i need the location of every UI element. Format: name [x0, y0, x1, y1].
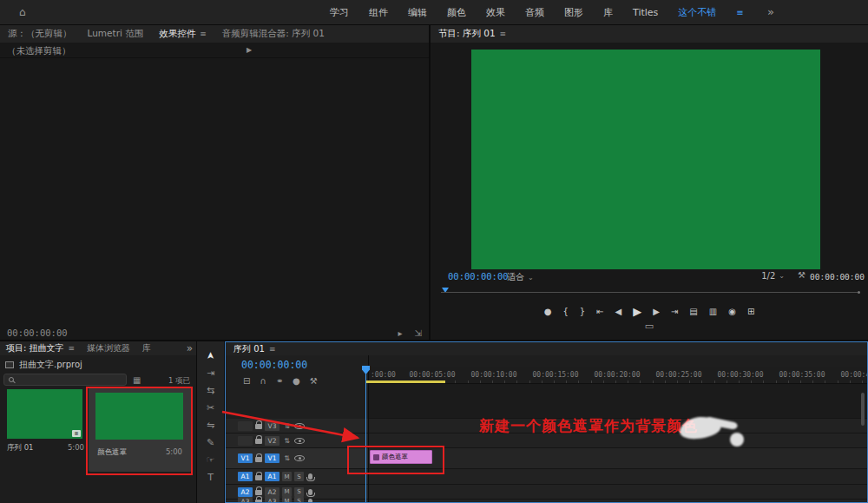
- scrub-track[interactable]: [441, 292, 858, 293]
- project-item-label[interactable]: 序列 01 5:00: [7, 443, 84, 453]
- workspace-tab-libraries[interactable]: 库: [603, 6, 613, 19]
- workspace-menu-icon[interactable]: ≡: [736, 8, 743, 17]
- play-audio-icon[interactable]: ▸: [398, 328, 403, 338]
- fit-view-icon[interactable]: ⇲: [415, 328, 422, 338]
- sync-lock-icon[interactable]: ⇅: [282, 454, 292, 462]
- work-area-bar[interactable]: [365, 381, 445, 383]
- toggle-track-output-icon[interactable]: [294, 423, 305, 429]
- view-toggle-icon[interactable]: ▦: [133, 375, 141, 385]
- track-target-button[interactable]: A2: [265, 487, 279, 497]
- track-select-forward-tool[interactable]: ⇥: [197, 367, 224, 379]
- panel-menu-icon[interactable]: ≡: [500, 30, 507, 38]
- toggle-track-output-icon[interactable]: [294, 455, 305, 461]
- track-lane-a3[interactable]: [369, 500, 867, 503]
- voiceover-record-icon[interactable]: [308, 473, 312, 480]
- project-item-thumbnail-color-matte[interactable]: [95, 393, 183, 440]
- search-box[interactable]: [3, 374, 127, 386]
- track-target-button[interactable]: V2: [265, 436, 279, 446]
- track-lane-a1[interactable]: [369, 469, 867, 485]
- workspace-tab-graphics[interactable]: 图形: [564, 6, 583, 19]
- add-marker-icon[interactable]: ●: [293, 376, 300, 386]
- track-target-button[interactable]: A3: [265, 497, 279, 503]
- button-editor-button[interactable]: ▭: [431, 321, 868, 332]
- tab-project[interactable]: 项目: 扭曲文字 ≡: [0, 341, 81, 355]
- lock-icon[interactable]: [255, 490, 262, 495]
- track-lane-v1[interactable]: [369, 448, 867, 469]
- project-file-row[interactable]: 扭曲文字.prproj: [5, 359, 82, 371]
- wrench-icon[interactable]: ⚒: [798, 270, 806, 280]
- tab-effect-controls[interactable]: 效果控件 ≡: [151, 25, 214, 43]
- workspace-tab-audio[interactable]: 音频: [525, 6, 544, 19]
- solo-button[interactable]: S: [294, 472, 304, 481]
- lift-button[interactable]: ▤: [689, 307, 697, 316]
- workspace-tab-learn[interactable]: 学习: [330, 6, 349, 19]
- lock-icon[interactable]: [255, 500, 262, 503]
- pen-tool[interactable]: ✎: [197, 437, 224, 448]
- panel-menu-icon[interactable]: ≡: [269, 345, 276, 354]
- type-tool[interactable]: T: [197, 472, 224, 483]
- extract-button[interactable]: ▥: [709, 307, 717, 316]
- lock-icon[interactable]: [255, 475, 262, 480]
- track-lane-a2[interactable]: [369, 485, 867, 500]
- mute-button[interactable]: M: [282, 472, 292, 481]
- ripple-edit-tool[interactable]: ⇆: [197, 385, 224, 396]
- lock-icon[interactable]: [255, 457, 262, 462]
- timeline-empty-area[interactable]: [369, 384, 867, 419]
- slip-tool[interactable]: ⇋: [197, 420, 224, 431]
- fit-dropdown[interactable]: 适合 ⌄: [507, 271, 534, 283]
- lock-icon[interactable]: [255, 439, 262, 444]
- insert-overwrite-icon[interactable]: ⊟: [243, 376, 250, 386]
- play-button[interactable]: ▶: [633, 305, 641, 318]
- mute-button[interactable]: M: [282, 497, 292, 503]
- mark-out-button[interactable]: }: [580, 307, 585, 316]
- snap-icon[interactable]: ∩: [260, 376, 266, 386]
- tab-lumetri-scopes[interactable]: Lumetri 范围: [80, 25, 152, 43]
- home-icon[interactable]: ⌂: [19, 6, 26, 18]
- timeline-settings-icon[interactable]: ⚒: [310, 376, 318, 386]
- workspace-tab-custom-active[interactable]: 这个不错: [678, 6, 716, 19]
- workspace-tab-editing[interactable]: 编辑: [408, 6, 427, 19]
- go-to-in-button[interactable]: ⇤: [596, 307, 603, 316]
- workspace-tab-assembly[interactable]: 组件: [369, 6, 388, 19]
- selection-tool[interactable]: ➤: [205, 342, 216, 369]
- add-marker-button[interactable]: ●: [544, 307, 552, 316]
- track-target-button[interactable]: A1: [265, 472, 279, 481]
- tab-media-browser[interactable]: 媒体浏览器: [81, 341, 136, 355]
- source-patch-indicator[interactable]: A2: [238, 487, 253, 497]
- mark-in-button[interactable]: {: [562, 307, 568, 316]
- voiceover-record-icon[interactable]: [308, 499, 312, 503]
- track-target-button[interactable]: V1: [265, 453, 279, 463]
- source-patch-indicator[interactable]: [238, 421, 253, 431]
- workspace-tab-titles[interactable]: Titles: [633, 7, 658, 18]
- track-lane-v3[interactable]: [369, 419, 867, 434]
- timeline-clip-color-matte[interactable]: 颜色遮罩: [370, 450, 432, 464]
- sync-lock-icon[interactable]: ⇅: [282, 422, 292, 430]
- solo-button[interactable]: S: [294, 487, 304, 497]
- source-patch-indicator[interactable]: A3: [238, 497, 253, 503]
- step-back-button[interactable]: ◀: [615, 307, 622, 316]
- mute-button[interactable]: M: [282, 487, 292, 497]
- hand-tool[interactable]: ☞: [197, 454, 224, 466]
- panel-menu-icon[interactable]: ≡: [69, 344, 76, 353]
- tab-libraries[interactable]: 库: [136, 341, 157, 355]
- razor-tool[interactable]: ✂: [197, 402, 224, 414]
- source-patch-indicator[interactable]: A1: [238, 472, 253, 481]
- source-patch-indicator[interactable]: V1: [238, 453, 253, 463]
- workspace-tab-color[interactable]: 颜色: [447, 6, 466, 19]
- search-input[interactable]: [17, 375, 113, 384]
- playhead-line[interactable]: [365, 367, 366, 502]
- playback-resolution-dropdown[interactable]: 1/2 ⌄: [761, 271, 785, 281]
- timeline-vertical-scrollbar[interactable]: [861, 393, 865, 426]
- export-frame-button[interactable]: ◉: [728, 307, 736, 316]
- source-patch-indicator[interactable]: [238, 436, 253, 446]
- solo-button[interactable]: S: [294, 497, 304, 503]
- tab-program-monitor[interactable]: 节目: 序列 01 ≡: [431, 25, 514, 43]
- linked-selection-icon[interactable]: ⚭: [276, 376, 283, 386]
- project-item-label[interactable]: 颜色遮罩 5:00: [97, 447, 182, 458]
- program-timecode[interactable]: 00:00:00:00: [448, 271, 509, 281]
- tab-source-monitor[interactable]: 源：（无剪辑）: [0, 25, 80, 43]
- panel-menu-icon[interactable]: ≡: [200, 30, 207, 38]
- workspace-overflow-icon[interactable]: »: [767, 5, 774, 18]
- comparison-view-button[interactable]: ⊞: [747, 307, 754, 316]
- voiceover-record-icon[interactable]: [308, 489, 312, 495]
